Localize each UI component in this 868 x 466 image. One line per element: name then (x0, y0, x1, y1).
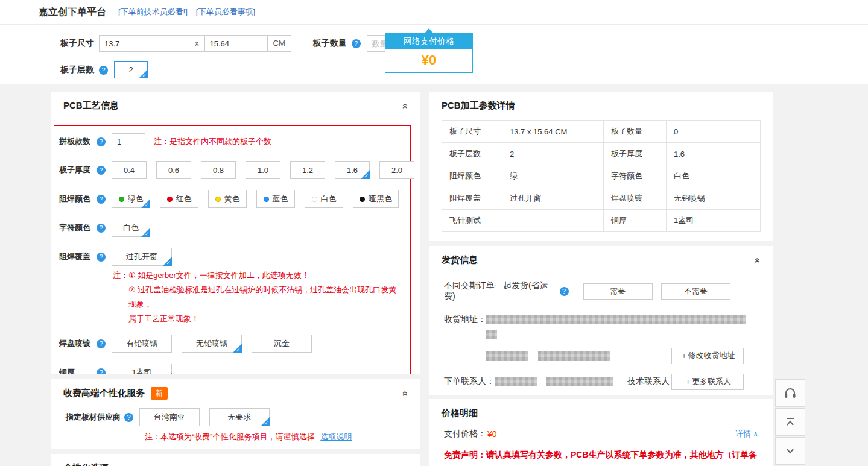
combine-need-button[interactable]: 需要 (583, 283, 653, 300)
copper-row: 铜厚 1盎司 (59, 364, 404, 374)
order-clerk-notes-link[interactable]: [下单员必看事项] (196, 7, 255, 17)
panel-count-label: 拼板款数 (59, 136, 97, 147)
price-detail-link[interactable]: 详情 (735, 429, 758, 439)
premium-title: 收费高端个性化服务 (63, 388, 145, 399)
combine-no-need-button[interactable]: 不需要 (661, 283, 730, 300)
option-label: 绿色 (128, 194, 144, 204)
option-explain-link[interactable]: 选项说明 (320, 432, 352, 441)
supplier-option-none[interactable]: 无要求 (209, 408, 270, 426)
thickness-option[interactable]: 0.8 (201, 161, 236, 179)
pre-order-tech-link[interactable]: [下单前技术员必看!] (118, 7, 188, 17)
price-box-notch-icon (424, 28, 434, 34)
customer-service-button[interactable] (775, 379, 805, 407)
solder-color-option-white[interactable]: 白色 (305, 190, 343, 208)
supplier-help-icon[interactable] (124, 413, 133, 422)
board-layers-value: 2 (128, 65, 133, 74)
detail-title: PCB加工参数详情 (442, 100, 515, 112)
thickness-option[interactable]: 1.2 (290, 161, 325, 179)
collapse-up-icon[interactable] (401, 103, 411, 109)
thickness-option[interactable]: 1.0 (246, 161, 280, 179)
silk-color-row: 字符颜色 白色 (59, 219, 404, 237)
detail-table-wrapper: 板子尺寸 13.7 x 15.64 CM 板子数量 0 板子层数 2 板子厚度 … (429, 119, 773, 241)
param-value: 白色 (667, 165, 761, 187)
silk-color-option-white[interactable]: 白色 (112, 219, 150, 237)
floating-toolbar (775, 379, 805, 466)
copper-label: 铜厚 (59, 367, 97, 374)
copper-help-icon[interactable] (97, 368, 106, 374)
solder-color-option-blue[interactable]: 蓝色 (256, 190, 295, 208)
surface-option-leadfree-hasl[interactable]: 无铅喷锡 (182, 335, 242, 353)
solder-cover-option-via-open[interactable]: 过孔开窗 (112, 248, 172, 266)
solder-color-option-green[interactable]: 绿色 (112, 190, 150, 208)
thickness-option-selected[interactable]: 1.6 (335, 161, 370, 179)
thickness-help-icon[interactable] (97, 166, 106, 175)
price-detail-panel: 价格明细 支付价格： ¥0 详情 免责声明：请认真填写有关参数，PCB生产以系统… (429, 399, 773, 466)
solder-color-help-icon[interactable] (97, 195, 106, 204)
table-row: 板子尺寸 13.7 x 15.64 CM 板子数量 0 (442, 121, 761, 143)
modify-address-button[interactable]: ＋修改收货地址 (671, 348, 744, 364)
more-contacts-button[interactable]: ＋更多联系人 (671, 374, 744, 390)
size-times-separator: x (189, 35, 205, 52)
thickness-label: 板子厚度 (59, 165, 97, 175)
red-color-dot-icon (167, 197, 173, 202)
board-layers-label: 板子层数 (60, 65, 94, 75)
solder-color-label: 阻焊颜色 (59, 194, 97, 204)
board-size-label: 板子尺寸 (60, 38, 94, 49)
param-key: 板子尺寸 (442, 121, 502, 143)
panel-count-help-icon[interactable] (97, 137, 106, 146)
tech-contact-label: 技术联系人 (627, 376, 670, 387)
yellow-color-dot-icon (215, 197, 221, 202)
surface-option-leaded-hasl[interactable]: 有铅喷锡 (112, 335, 172, 353)
pay-price-value: ¥0 (487, 429, 497, 439)
board-length-input[interactable] (204, 35, 268, 52)
personalize-panel: 个性化选项 (51, 454, 420, 466)
silk-color-help-icon[interactable] (97, 224, 106, 233)
shipping-title: 发货信息 (442, 254, 478, 266)
board-qty-help-icon[interactable] (352, 39, 361, 48)
contact-row: 下单联系人： 技术联系人 ＋更多联系人 (444, 374, 761, 390)
back-to-top-button[interactable] (775, 408, 805, 436)
shipping-info-panel: 发货信息 不同交期订单一起发货(省运费) 需要 不需要 收货地址： ＋修改收货 (429, 246, 773, 395)
censored-contact-phone (546, 377, 613, 386)
premium-panel-header: 收费高端个性化服务 新 (51, 379, 420, 407)
solder-cover-help-icon[interactable] (97, 253, 106, 262)
solder-color-option-matte-black[interactable]: 哑黑色 (353, 190, 399, 208)
param-value (502, 210, 604, 232)
collapse-up-icon[interactable] (753, 257, 763, 263)
combine-shipping-help-icon[interactable] (560, 287, 569, 296)
shipping-body: 不同交期订单一起发货(省运费) 需要 不需要 收货地址： ＋修改收货地址 (429, 273, 773, 390)
board-layers-select[interactable]: 2 (114, 61, 148, 78)
thickness-option[interactable]: 0.4 (112, 161, 147, 179)
table-row: 阻焊覆盖 过孔开窗 焊盘喷镀 无铅喷锡 (442, 187, 761, 210)
board-layers-help-icon[interactable] (99, 66, 108, 75)
solder-color-option-red[interactable]: 红色 (160, 190, 198, 208)
collapse-up-icon[interactable] (401, 391, 411, 396)
solder-cover-note-line: 注：① 如是gerber文件，一律按文件加工，此选项无效！ (113, 268, 404, 283)
panel-count-input[interactable] (112, 133, 145, 150)
board-qty-label: 板子数量 (313, 38, 347, 49)
surface-finish-help-icon[interactable] (97, 339, 106, 348)
app-title: 嘉立创下单平台 (39, 6, 106, 19)
param-key: 板子厚度 (604, 143, 667, 165)
table-row: 板子层数 2 板子厚度 1.6 (442, 143, 761, 165)
surface-option-enig[interactable]: 沉金 (252, 335, 312, 353)
panel-count-row: 拼板款数 注：是指文件内不同款的板子个数 (59, 133, 404, 150)
copper-option-1oz[interactable]: 1盎司 (112, 364, 172, 374)
green-color-dot-icon (119, 197, 124, 202)
param-key: 焊盘喷镀 (604, 187, 667, 210)
thickness-option[interactable]: 0.6 (156, 161, 191, 179)
scroll-down-button[interactable] (775, 437, 805, 465)
supplier-label: 指定板材供应商 (66, 412, 121, 423)
combine-shipping-label: 不同交期订单一起发货(省运费) (444, 280, 556, 302)
param-value: 绿 (502, 165, 604, 187)
chevron-down-icon (783, 444, 797, 458)
board-width-input[interactable] (99, 35, 189, 52)
param-key: 阻焊颜色 (442, 165, 502, 187)
address-label: 收货地址： (444, 314, 486, 325)
supplier-option-nanya[interactable]: 台湾南亚 (139, 408, 200, 426)
combine-shipping-row: 不同交期订单一起发货(省运费) 需要 不需要 (444, 280, 761, 302)
parameter-table: 板子尺寸 13.7 x 15.64 CM 板子数量 0 板子层数 2 板子厚度 … (442, 120, 761, 232)
white-color-dot-icon (312, 197, 317, 202)
thickness-option[interactable]: 2.0 (379, 161, 414, 179)
solder-color-option-yellow[interactable]: 黄色 (208, 190, 247, 208)
